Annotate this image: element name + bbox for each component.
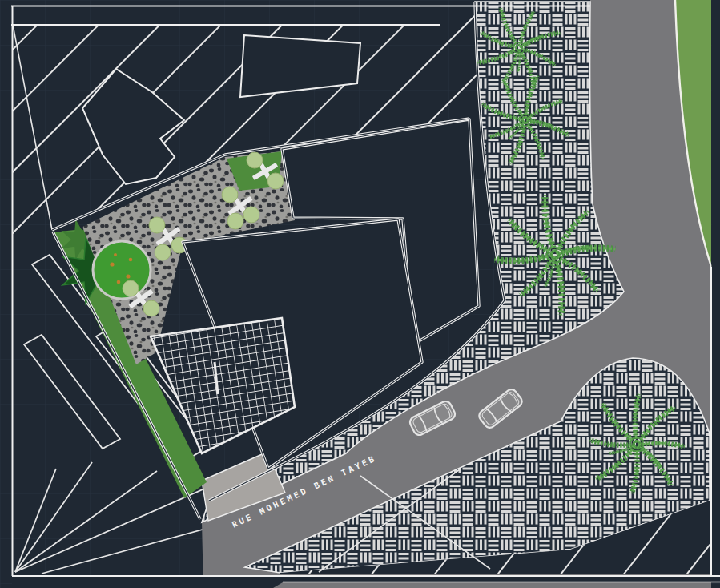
site-plan-drawing[interactable]: RUE MOHEMED BEN TAYEB	[0, 0, 720, 588]
right-margin	[712, 0, 720, 576]
cad-model-space[interactable]: RUE MOHEMED BEN TAYEB	[0, 0, 720, 588]
circular-lawn[interactable]	[93, 241, 151, 299]
